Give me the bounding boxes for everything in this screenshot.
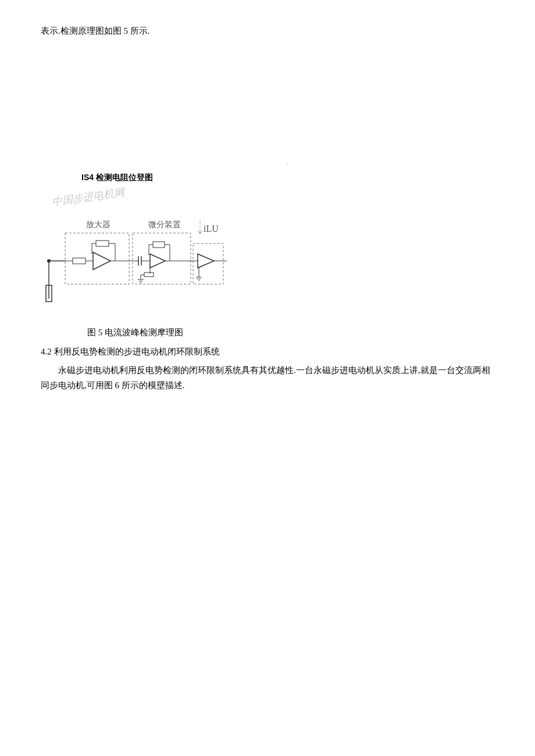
figure-label: IS4 检测电阻位登图 [81,173,494,183]
svg-rect-25 [153,242,165,248]
section-heading: 4.2 利用反电势检测的步进电动机闭环限制系统 [41,344,494,360]
circuit-diagram: 中国步进电机网 放大器 微分装置 iLU [41,185,227,307]
svg-marker-37 [198,254,214,268]
watermark-text: 中国步进电机网 [51,186,127,208]
intro-line: 表示.检测原理图如图 5 所示. [41,23,494,39]
svg-rect-29 [144,273,154,277]
blank-space: · [41,45,494,173]
svg-rect-7 [73,258,85,264]
circuit-diagram-container: 中国步进电机网 放大器 微分装置 iLU [41,185,494,310]
ilu-label: iLU [204,224,219,234]
svg-marker-9 [93,252,110,270]
svg-marker-21 [150,254,165,268]
amplifier-label: 放大器 [86,220,110,229]
figure-caption: 图 5 电流波峰检测摩理图 [87,327,494,338]
svg-rect-13 [96,241,109,246]
body-paragraph-line2: 同步电动机,可用图 6 所示的模壁描述. [41,378,494,393]
body-paragraph-line1: 永磁步进电动机利用反电势检测的闭环限制系统具有其优越性.一台永磁步进电动机从实质… [41,363,494,378]
page-mark: · [287,160,288,167]
diff-label: 微分装置 [148,220,181,229]
